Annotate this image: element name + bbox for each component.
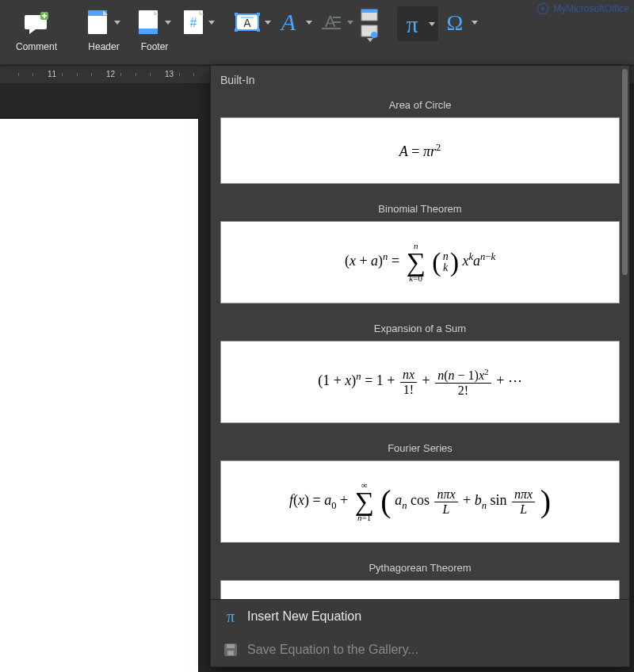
gallery-footer: π Insert New Equation Save Equation to t… <box>211 599 629 666</box>
equation-item-expansion-sum[interactable]: Expansion of a Sum (1 + x)n = 1 + nx1! +… <box>211 315 629 434</box>
save-icon <box>222 641 239 659</box>
page-number-dropdown-caret[interactable] <box>208 21 215 25</box>
dropcap-button[interactable]: A <box>317 6 355 38</box>
document-page[interactable] <box>0 119 198 672</box>
equation-preview[interactable]: A = πr2 <box>220 117 620 184</box>
header-button[interactable]: Header <box>80 6 128 52</box>
svg-text:Ω: Ω <box>447 10 464 35</box>
svg-text:A: A <box>280 10 296 34</box>
textbox-dropdown-caret[interactable] <box>265 21 271 25</box>
equation-button[interactable]: π <box>397 6 438 41</box>
gallery-scrollbar[interactable] <box>622 69 628 275</box>
equation-preview[interactable]: (1 + x)n = 1 + nx1! + n(n − 1)x22! + ⋯ <box>220 341 620 423</box>
save-equation-gallery-label: Save Equation to the Gallery... <box>247 643 418 657</box>
svg-rect-6 <box>42 15 47 17</box>
symbol-dropdown-caret[interactable] <box>472 21 478 25</box>
dropcap-dropdown-caret[interactable] <box>347 21 353 25</box>
footer-button[interactable]: Footer <box>131 6 178 52</box>
header-dropdown-caret[interactable] <box>114 21 120 25</box>
insert-new-equation-item[interactable]: π Insert New Equation <box>211 600 629 633</box>
svg-rect-20 <box>257 29 260 32</box>
equation-item-fourier-series[interactable]: Fourier Series f(x) = a0 + ∞∑n=1 ( an co… <box>211 434 629 554</box>
equation-title: Pythagorean Theorem <box>220 557 620 580</box>
svg-text:π: π <box>406 11 418 36</box>
comment-label: Comment <box>16 41 57 52</box>
equation-title: Binomial Theorem <box>220 198 620 221</box>
equation-item-binomial-theorem[interactable]: Binomial Theorem (x + a)n = n∑k=0 (nk) x… <box>211 195 629 315</box>
equation-title: Fourier Series <box>220 437 620 460</box>
equation-preview[interactable]: a2 + b2 = c2 <box>220 580 620 599</box>
equation-title: Expansion of a Sum <box>220 318 620 341</box>
pi-icon: π <box>222 608 239 625</box>
save-equation-gallery-item: Save Equation to the Gallery... <box>211 633 629 666</box>
svg-rect-29 <box>361 10 377 13</box>
object-button[interactable] <box>358 24 380 42</box>
svg-rect-18 <box>257 13 260 16</box>
wordart-button[interactable]: A <box>276 6 314 38</box>
gallery-section-header: Built-In <box>211 66 629 91</box>
header-label: Header <box>88 41 119 52</box>
equation-item-pythagorean[interactable]: Pythagorean Theorem a2 + b2 = c2 <box>211 554 629 599</box>
wordart-dropdown-caret[interactable] <box>306 21 312 25</box>
ribbon-insert-tab: Comment Header Footer <box>0 0 634 65</box>
equation-dropdown-caret[interactable] <box>429 22 435 26</box>
equation-item-area-of-circle[interactable]: Area of Circle A = πr2 <box>211 91 629 195</box>
textbox-button[interactable]: A <box>233 6 273 38</box>
footer-dropdown-caret[interactable] <box>165 21 171 25</box>
svg-text:A: A <box>243 17 251 29</box>
svg-rect-19 <box>235 29 238 32</box>
equation-preview[interactable]: f(x) = a0 + ∞∑n=1 ( an cos nπxL + bn sin… <box>220 460 620 543</box>
svg-marker-3 <box>29 29 36 34</box>
svg-rect-37 <box>227 651 234 655</box>
page-number-button[interactable]: # <box>181 6 216 38</box>
svg-rect-36 <box>227 644 235 648</box>
equation-title: Area of Circle <box>220 94 620 117</box>
svg-text:#: # <box>190 16 197 29</box>
footer-label: Footer <box>141 41 169 52</box>
symbol-button[interactable]: Ω <box>441 6 479 38</box>
date-time-button[interactable] <box>358 8 380 22</box>
svg-rect-17 <box>235 13 238 16</box>
svg-text:π: π <box>227 608 235 625</box>
svg-rect-11 <box>139 29 158 34</box>
equation-gallery-panel: Built-In Area of Circle A = πr2 Binomial… <box>210 65 630 667</box>
insert-new-equation-label: Insert New Equation <box>247 609 361 624</box>
svg-point-31 <box>371 32 377 38</box>
equation-preview[interactable]: (x + a)n = n∑k=0 (nk) xkan−k <box>220 221 620 304</box>
comment-button[interactable]: Comment <box>10 6 63 52</box>
